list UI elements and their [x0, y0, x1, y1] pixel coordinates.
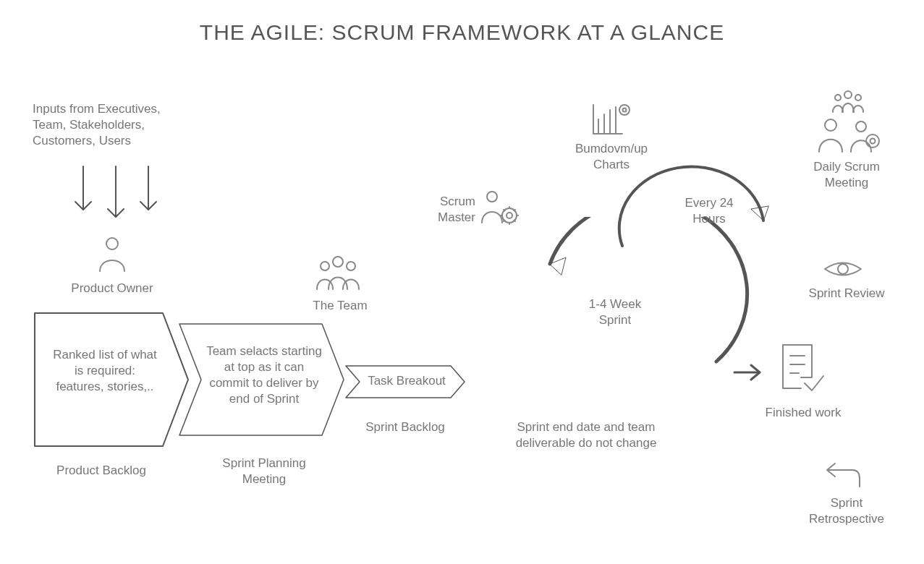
inputs-label: Inputs from Executives, Team, Stakeholde… [33, 101, 185, 149]
sprint-planning-label: Sprint Planning Meeting [203, 456, 326, 487]
svg-point-3 [106, 238, 118, 249]
sprint-end-note: Sprint end date and team deliverable do … [503, 419, 669, 451]
diagram-title: THE AGILE: SCRUM FRAMEWORK AT A GLANCE [0, 20, 924, 45]
svg-point-9 [347, 262, 355, 270]
svg-point-42 [838, 264, 848, 274]
document-check-icon [776, 341, 826, 396]
input-arrows [72, 163, 159, 228]
chart-icon [590, 101, 633, 137]
sprint-retro-label: Sprint Retrospective [796, 495, 897, 527]
eye-icon [821, 257, 865, 282]
product-owner-label: Product Owner [51, 281, 174, 296]
person-icon [94, 235, 130, 275]
retro-arrow-icon [818, 459, 865, 492]
finished-work-label: Finished work [756, 405, 850, 421]
daily-scrum-label: Daily Scrum Meeting [803, 159, 890, 191]
svg-point-39 [856, 121, 866, 132]
svg-point-35 [835, 95, 841, 101]
svg-point-27 [619, 105, 630, 115]
every-24-label: Every 24 Hours [673, 195, 745, 227]
sprint-backlog-label: Sprint Backlog [362, 419, 449, 435]
sprint-review-label: Sprint Review [803, 286, 890, 302]
svg-point-37 [855, 95, 861, 101]
scrum-master-label: Scrum Master [421, 194, 475, 226]
svg-point-10 [487, 192, 497, 202]
product-backlog-label: Product Backlog [54, 463, 148, 479]
product-backlog-text: Ranked list of what is required: feature… [51, 347, 159, 395]
svg-point-28 [623, 108, 627, 112]
svg-line-19 [514, 210, 516, 211]
task-breakout-label: Task Breakout [363, 373, 450, 389]
the-team-label: The Team [297, 298, 383, 314]
sprint-duration-label: 1-4 Week Sprint [572, 296, 658, 328]
to-finished-arrow [731, 358, 767, 387]
svg-line-17 [504, 210, 505, 211]
svg-point-36 [844, 91, 852, 98]
svg-point-38 [825, 119, 836, 131]
svg-point-8 [333, 257, 343, 267]
daily-scrum-icon [810, 90, 883, 155]
svg-point-40 [866, 134, 879, 148]
sprint-planning-text: Team selacts starting at top as it can c… [203, 343, 326, 407]
team-icon [313, 253, 363, 293]
svg-point-41 [870, 139, 876, 144]
svg-point-7 [321, 262, 329, 270]
